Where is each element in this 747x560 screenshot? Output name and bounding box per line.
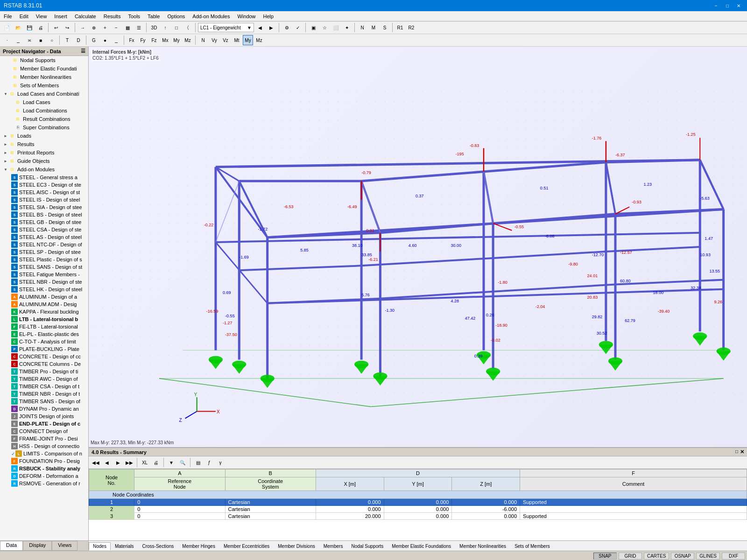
tree-aluminum[interactable]: A ALUMINUM - Design of a [0,293,88,301]
tree-steel-sans[interactable]: S STEEL SANS - Design of st [0,263,88,271]
tb-undo[interactable]: ↩ [51,22,61,33]
tree-limits[interactable]: ✓ L LIMITS - Comparison of n [0,450,88,457]
panel-close-button[interactable]: ☰ [81,48,85,54]
results-tb-prev[interactable]: ◀ [102,457,112,468]
btab-member-eccentricities[interactable]: Member Eccentricities [219,542,274,550]
results-tb-graph[interactable]: ▤ [193,457,203,468]
tb-surface[interactable]: S [380,22,390,33]
tree-timber-sans[interactable]: T TIMBER SANS - Design of [0,398,88,405]
tb-vy[interactable]: Vy [209,35,219,45]
menu-file[interactable]: File [0,11,16,21]
tb-dimension[interactable]: D [73,35,84,45]
tb-check[interactable]: ✓ [293,22,303,33]
tree-steel-csa[interactable]: S STEEL CSA - Design of ste [0,226,88,233]
tree-steel-nbr[interactable]: S STEEL NBR - Design of ste [0,278,88,286]
results-tb-first[interactable]: ◀◀ [91,457,101,468]
panel-tab-views[interactable]: Views [52,541,78,551]
tb-force-y[interactable]: Fy [138,35,148,45]
tree-connect[interactable]: C CONNECT Design of [0,427,88,435]
tb-node[interactable]: N [357,22,367,33]
status-dxf[interactable]: DXF [722,553,745,560]
tb-zoom-in[interactable]: + [100,22,110,33]
lc-dropdown[interactable]: LC1 - Eigengewicht ▼ [198,23,254,32]
results-tb-info[interactable]: γ [215,457,226,468]
status-glines[interactable]: GLINES [696,553,720,560]
results-float-button[interactable]: □ [735,449,738,455]
tb-next[interactable]: ▶ [266,22,276,33]
menu-insert[interactable]: Insert [50,11,71,21]
tb-redo[interactable]: ↪ [62,22,72,33]
tree-loads[interactable]: ► ⊞ Loads [0,132,88,140]
tb-mt[interactable]: Mt [232,35,242,45]
tb-deform[interactable]: ✦ [342,22,352,33]
tree-member-nonlinear[interactable]: ⊞ Member Nonlinearities [0,73,88,81]
tree-steel-as[interactable]: S STEEL AS - Design of steel [0,233,88,241]
results-table-area[interactable]: NodeNo. A B D F ReferenceNode Coordinate… [89,469,747,540]
menu-edit[interactable]: Edit [16,11,32,21]
btab-cross-sections[interactable]: Cross-Sections [138,542,178,550]
tree-steel-sia[interactable]: S STEEL SIA - Design of stee [0,203,88,211]
status-cartes[interactable]: CARTES [644,553,669,560]
menu-addon-modules[interactable]: Add-on Modules [189,11,233,21]
tb-member[interactable]: M [368,22,379,33]
tree-steel-ntcdf[interactable]: S STEEL NTC-DF - Design of [0,241,88,248]
tb-prev[interactable]: ◀ [255,22,265,33]
tb-text[interactable]: T [62,35,72,45]
panel-tab-data[interactable]: Data [0,541,23,551]
menu-tools[interactable]: Tools [124,11,144,21]
tree-hss[interactable]: H HSS - Design of connectio [0,442,88,450]
tb-draw-rect[interactable]: ■ [35,35,46,45]
tree-guide-objects[interactable]: ► ⊞ Guide Objects [0,157,88,165]
tree-dynam-pro[interactable]: D DYNAM Pro - Dynamic an [0,405,88,413]
tb-calc[interactable]: ⚙ [282,22,292,33]
tree-foundation-pro[interactable]: F FOUNDATION Pro - Desig [0,457,88,465]
tb-render[interactable]: ▣ [308,22,318,33]
panel-tab-display[interactable]: Display [23,541,52,551]
tree-printout-reports[interactable]: ► ⊞ Printout Reports [0,148,88,157]
tb-snap-grid[interactable]: G [89,35,99,45]
tree-timber-pro[interactable]: T TIMBER Pro - Design of ti [0,368,88,375]
tb-my[interactable]: My [243,35,253,45]
tree-nodal-supports[interactable]: ⊞ Nodal Supports [0,56,88,64]
tree-load-combinations[interactable]: ⊞ Load Combinations [0,106,88,115]
tree-steel-aisc[interactable]: S STEEL AISC - Design of st [0,189,88,196]
btab-sets-of-members[interactable]: Sets of Members [510,542,554,550]
btab-members[interactable]: Members [319,542,347,550]
tb-draw-line[interactable]: ⎯ [13,35,23,45]
tb-snap-line[interactable]: ⎯ [111,35,121,45]
results-tb-print[interactable]: 🖨 [151,457,161,468]
tree-steel-ec3[interactable]: S STEEL EC3 - Design of ste [0,181,88,189]
tree-plate-buckling[interactable]: P PLATE-BUCKLING - Plate [0,345,88,353]
tb-force-x[interactable]: Fx [127,35,137,45]
tb-moment-x[interactable]: Mx [160,35,170,45]
tree-steel-sp[interactable]: S STEEL SP - Design of stee [0,248,88,256]
tree-c-to-t[interactable]: C C-TO-T - Analysis of limit [0,338,88,345]
menu-results[interactable]: Results [100,11,125,21]
menu-window[interactable]: Window [233,11,259,21]
tree-timber-nbr[interactable]: T TIMBER NBR - Design of t [0,390,88,398]
tree-steel-general[interactable]: S STEEL - General stress a [0,174,88,181]
tree-load-cases[interactable]: ⊞ Load Cases [0,98,88,106]
tree-steel-is[interactable]: S STEEL IS - Design of steel [0,196,88,203]
tree-fe-ltb[interactable]: F FE-LTB - Lateral-torsional [0,323,88,330]
status-snap[interactable]: SNAP [593,553,617,560]
tree-rsbuck[interactable]: R RSBUCK - Stability analy [0,465,88,472]
results-tb-formula[interactable]: ƒ [204,457,214,468]
tb-zoom-window[interactable]: ▦ [122,22,133,33]
results-tb-excel[interactable]: XL [140,457,150,468]
tb-force-z[interactable]: Fz [149,35,159,45]
tb-side-view[interactable]: 〈 [183,22,193,33]
menu-help[interactable]: Help [260,11,278,21]
btab-materials[interactable]: Materials [111,542,138,550]
tree-member-elastic[interactable]: ⊞ Member Elastic Foundati [0,64,88,73]
tree-result-combinations[interactable]: ⊞ Result Combinations [0,115,88,123]
tree-concrete-columns[interactable]: C CONCRETE Columns - De [0,360,88,368]
tb-n[interactable]: N [198,35,208,45]
tree-timber-csa[interactable]: T TIMBER CSA - Design of t [0,383,88,390]
tree-kappa[interactable]: K KAPPA - Flexural buckling [0,308,88,315]
tb-moment-z[interactable]: Mz [183,35,193,45]
tree-addon-modules[interactable]: ▼ ⊟ Add-on Modules [0,165,88,174]
tree-steel-gb[interactable]: S STEEL GB - Design of stee [0,218,88,226]
tb-top-view[interactable]: ↑ [160,22,170,33]
view-3d[interactable]: Internal Forces M-y: [kNm] CO2: 1.35*LF1… [89,47,747,447]
